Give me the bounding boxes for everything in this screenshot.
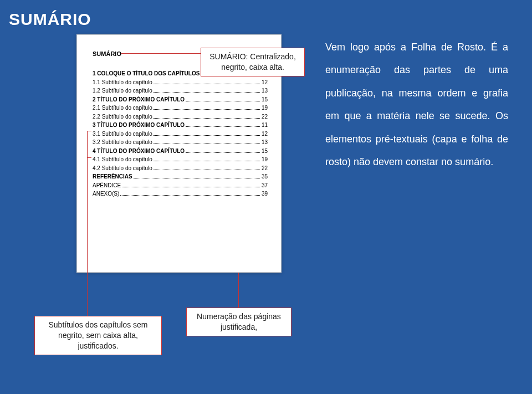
toc-row: REFERÊNCIAS35 — [93, 172, 268, 181]
toc-leader-dots — [122, 187, 260, 187]
toc-leader-dots — [154, 170, 260, 170]
connector-line — [87, 131, 88, 316]
connector-line — [87, 131, 91, 131]
toc-row: 2 TÍTULO DO PRÓXIMO CAPÍTULO15 — [93, 95, 268, 104]
toc-leader-dots — [154, 92, 260, 93]
toc-leader-dots — [120, 195, 260, 196]
toc-page: 12 — [262, 78, 268, 87]
toc-label: 2 TÍTULO DO PRÓXIMO CAPÍTULO — [93, 95, 185, 104]
toc-row: 3 TÍTULO DO PRÓXIMO CAPÍTULO11 — [93, 121, 268, 130]
toc-row: ANEXO(S)39 — [93, 190, 268, 198]
toc-leader-dots — [154, 84, 260, 84]
connector-line — [87, 157, 91, 158]
callout-text: Numeração das páginas — [193, 311, 284, 322]
connector-line — [238, 273, 239, 308]
toc-page: 37 — [262, 181, 268, 190]
toc-label: 4.2 Subtítulo do capítulo — [93, 164, 152, 173]
toc-leader-dots — [186, 152, 260, 153]
toc-page: 13 — [262, 138, 268, 147]
toc-page: 22 — [262, 112, 268, 121]
toc-page: 12 — [262, 130, 268, 139]
toc-row: 2.1 Subtítulo do capítulo19 — [93, 104, 268, 112]
toc-row: 1.1 Subtítulo do capítulo12 — [93, 78, 268, 87]
explanation-text: Vem logo após a Folha de Rosto. É a enum… — [325, 36, 508, 173]
toc-leader-dots — [154, 109, 260, 110]
toc-row: 3.1 Subtítulo do capítulo12 — [93, 130, 268, 139]
toc-row: APÊNDICE37 — [93, 181, 268, 190]
toc-row: 4.1 Subtítulo do capítulo19 — [93, 155, 268, 164]
toc-label: APÊNDICE — [93, 181, 121, 190]
toc-label: 3.2 Subtítulo do capítulo — [93, 138, 152, 147]
toc-row: 4 TÍTULO DO PRÓXIMO CAPÍTULO15 — [93, 147, 268, 156]
table-of-contents: 1 COLOQUE O TÍTULO DOS CAPÍTULOS111.1 Su… — [93, 69, 268, 198]
toc-leader-dots — [186, 126, 260, 127]
toc-leader-dots — [134, 178, 260, 178]
toc-row: 1.2 Subtítulo do capítulo13 — [93, 86, 268, 95]
toc-page: 35 — [262, 172, 268, 181]
toc-label: 1 COLOQUE O TÍTULO DOS CAPÍTULOS — [93, 69, 200, 78]
connector-line — [121, 53, 201, 54]
callout-text: SUMÁRIO: Centralizado, — [208, 52, 298, 62]
callout-text: negrito, caixa alta. — [208, 62, 298, 73]
toc-label: 3 TÍTULO DO PRÓXIMO CAPÍTULO — [93, 121, 185, 130]
callout-text: negrito, sem caixa alta, — [42, 330, 155, 341]
toc-page: 11 — [262, 121, 268, 130]
toc-page: 19 — [262, 104, 268, 112]
toc-row: 4.2 Subtítulo do capítulo22 — [93, 164, 268, 173]
toc-label: 1.2 Subtítulo do capítulo — [93, 86, 152, 95]
toc-row: 3.2 Subtítulo do capítulo13 — [93, 138, 268, 147]
toc-page: 19 — [262, 155, 268, 164]
toc-page: 39 — [262, 190, 268, 198]
callout-text: justificada, — [193, 322, 284, 332]
toc-label: 3.1 Subtítulo do capítulo — [93, 130, 152, 139]
callout-text: justificados. — [42, 341, 155, 351]
toc-label: 1.1 Subtítulo do capítulo — [93, 78, 152, 87]
toc-row: 2.2 Subtítulo do capítulo22 — [93, 112, 268, 121]
toc-label: REFERÊNCIAS — [93, 172, 132, 181]
toc-label: 4 TÍTULO DO PRÓXIMO CAPÍTULO — [93, 147, 185, 156]
toc-leader-dots — [186, 101, 260, 101]
toc-page: 15 — [262, 95, 268, 104]
toc-leader-dots — [154, 118, 260, 119]
toc-label: 2.2 Subtítulo do capítulo — [93, 112, 152, 121]
toc-page: 13 — [262, 86, 268, 95]
callout-heading-style: SUMÁRIO: Centralizado, negrito, caixa al… — [201, 48, 305, 76]
toc-label: 4.1 Subtítulo do capítulo — [93, 155, 152, 164]
toc-page: 22 — [262, 164, 268, 173]
callout-subtitles: Subtítulos dos capítulos sem negrito, se… — [34, 316, 162, 355]
toc-label: 2.1 Subtítulo do capítulo — [93, 104, 152, 112]
toc-leader-dots — [154, 161, 260, 161]
page-title: SUMÁRIO — [0, 0, 532, 29]
callout-page-numbers: Numeração das páginas justificada, — [186, 308, 291, 336]
toc-leader-dots — [154, 144, 260, 144]
toc-label: ANEXO(S) — [93, 190, 119, 198]
callout-text: Subtítulos dos capítulos sem — [42, 320, 155, 330]
toc-leader-dots — [154, 135, 260, 136]
toc-page: 15 — [262, 147, 268, 156]
